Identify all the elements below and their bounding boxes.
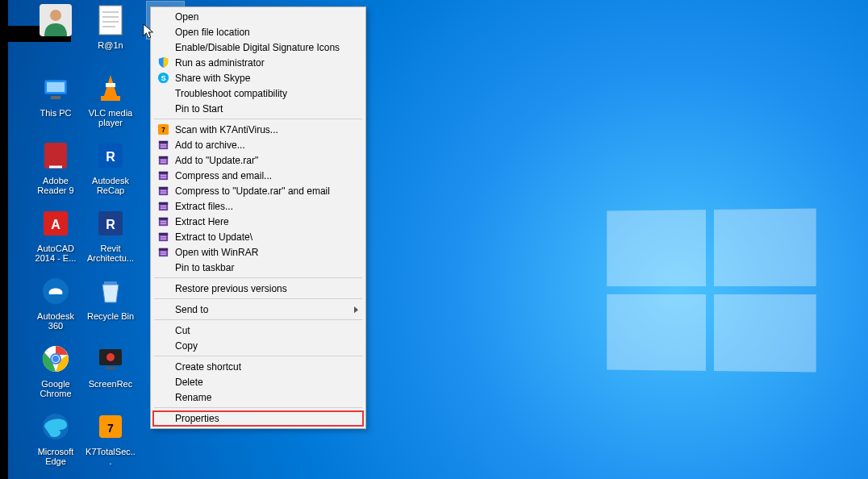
desktop-icon-chrome[interactable]: Google Chrome xyxy=(31,340,81,403)
recycle-icon xyxy=(92,273,129,310)
svg-rect-68 xyxy=(160,251,166,252)
menu-item-create-shortcut[interactable]: Create shortcut xyxy=(152,359,364,374)
menu-item-open[interactable]: Open xyxy=(152,9,364,24)
menu-item-label: Scan with K7AntiVirus... xyxy=(175,124,278,135)
desktop-icon-revit[interactable]: RRevit Architectu... xyxy=(86,205,136,268)
menu-item-label: Extract Here xyxy=(175,216,229,227)
desktop-icon-label: AutoCAD 2014 - E... xyxy=(31,244,81,263)
menu-item-delete[interactable]: Delete xyxy=(152,374,364,389)
menu-item-send-to[interactable]: Send to▶ xyxy=(152,302,364,317)
menu-item-label: Add to "Update.rar" xyxy=(175,155,258,166)
desktop-icon-pdf[interactable]: Adobe Reader 9 xyxy=(31,137,81,200)
desktop-icon-label: This PC xyxy=(40,108,71,118)
menu-item-extract-to-update[interactable]: Extract to Update\ xyxy=(152,229,364,244)
svg-rect-63 xyxy=(158,232,167,235)
menu-item-label: Add to archive... xyxy=(175,140,245,151)
menu-item-rename[interactable]: Rename xyxy=(152,389,364,405)
chrome-icon xyxy=(37,340,74,377)
menu-item-compress-to-update-rar-and-email[interactable]: Compress to "Update.rar" and email xyxy=(152,183,364,198)
menu-item-cut[interactable]: Cut xyxy=(152,323,364,338)
rar-icon xyxy=(156,199,169,212)
svg-rect-60 xyxy=(160,220,166,222)
menu-item-label: Create shortcut xyxy=(175,361,241,373)
desktop-icon-screenrec[interactable]: ScreenRec xyxy=(86,340,136,403)
svg-rect-14 xyxy=(101,96,120,101)
menu-item-pin-to-taskbar[interactable]: Pin to taskbar xyxy=(152,260,364,275)
rar-icon xyxy=(156,153,169,166)
pdf-icon xyxy=(37,137,74,174)
menu-item-extract-files[interactable]: Extract files... xyxy=(152,198,364,214)
svg-rect-57 xyxy=(160,207,166,209)
desktop-icon-label: Google Chrome xyxy=(31,379,81,398)
desktop-icon-a360[interactable]: Autodesk 360 xyxy=(31,273,81,335)
revit-icon: R xyxy=(92,205,129,242)
svg-point-29 xyxy=(106,353,115,361)
desktop-icon-label: Revit Architectu... xyxy=(86,244,136,263)
svg-rect-56 xyxy=(160,205,166,206)
rar-icon xyxy=(156,230,169,243)
menu-item-label: Troubleshoot compatibility xyxy=(175,88,287,99)
menu-item-share-with-skype[interactable]: SShare with Skype xyxy=(152,70,364,85)
desktop-icon-autocad[interactable]: AAutoCAD 2014 - E... xyxy=(31,205,81,268)
menu-item-label: Restore previous versions xyxy=(175,283,287,294)
desktop[interactable]: R@1nThis PCVLC media playerAdobe Reader … xyxy=(8,0,868,479)
svg-rect-43 xyxy=(158,156,167,158)
desktop-icon-thispc[interactable]: This PC xyxy=(31,69,81,132)
svg-rect-44 xyxy=(160,159,166,160)
menu-item-compress-and-email[interactable]: Compress and email... xyxy=(152,168,364,183)
desktop-icon-vlc[interactable]: VLC media player xyxy=(86,69,136,132)
menu-item-enable-disable-digital-signature-icons[interactable]: Enable/Disable Digital Signature Icons xyxy=(152,40,364,55)
menu-item-properties[interactable]: Properties xyxy=(152,410,364,427)
menu-item-label: Rename xyxy=(175,392,211,403)
desktop-icon-label: Adobe Reader 9 xyxy=(31,176,81,195)
svg-rect-11 xyxy=(47,82,65,92)
menu-item-open-file-location[interactable]: Open file location xyxy=(152,24,364,40)
menu-item-extract-here[interactable]: Extract Here xyxy=(152,214,364,229)
chevron-right-icon: ▶ xyxy=(354,304,358,314)
k7total-icon: 7 xyxy=(92,408,129,445)
menu-separator xyxy=(154,277,362,278)
svg-text:7: 7 xyxy=(161,126,165,134)
svg-rect-65 xyxy=(160,238,166,240)
svg-rect-39 xyxy=(158,140,167,143)
desktop-icon-recap[interactable]: RAutodesk ReCap xyxy=(86,137,136,200)
windows-logo-wallpaper xyxy=(607,208,816,372)
desktop-icon-k7total[interactable]: 7K7TotalSec... xyxy=(86,408,136,471)
desktop-icon-label: R@1n xyxy=(98,40,123,50)
menu-item-copy[interactable]: Copy xyxy=(152,338,364,353)
menu-item-label: Properties xyxy=(175,413,219,424)
menu-item-add-to-update-rar[interactable]: Add to "Update.rar" xyxy=(152,152,364,168)
svg-rect-45 xyxy=(160,161,166,163)
menu-separator xyxy=(154,356,362,356)
context-menu[interactable]: OpenOpen file locationEnable/Disable Dig… xyxy=(150,6,366,429)
rar-icon xyxy=(156,215,169,227)
menu-item-open-with-winrar[interactable]: Open with WinRAR xyxy=(152,244,364,260)
menu-item-add-to-archive[interactable]: Add to archive... xyxy=(152,137,364,152)
desktop-icon-textfile[interactable]: R@1n xyxy=(86,2,136,65)
desktop-icon-label: Microsoft Edge xyxy=(31,447,81,466)
menu-item-label: Compress to "Update.rar" and email xyxy=(175,185,330,197)
menu-item-troubleshoot-compatibility[interactable]: Troubleshoot compatibility xyxy=(152,85,364,101)
desktop-icon-label: VLC media player xyxy=(86,108,136,127)
svg-rect-59 xyxy=(158,217,167,219)
menu-separator xyxy=(154,407,362,408)
menu-item-restore-previous-versions[interactable]: Restore previous versions xyxy=(152,281,364,296)
k7-icon: 7 xyxy=(156,123,169,135)
menu-item-scan-with-k7antivirus[interactable]: 7Scan with K7AntiVirus... xyxy=(152,122,364,137)
menu-item-label: Open xyxy=(175,11,198,23)
recap-icon: R xyxy=(92,137,129,174)
a360-icon xyxy=(37,273,74,310)
menu-separator xyxy=(154,298,362,299)
svg-rect-47 xyxy=(158,171,167,173)
svg-rect-49 xyxy=(160,177,166,178)
desktop-icon-edge[interactable]: Microsoft Edge xyxy=(31,408,81,471)
menu-item-run-as-administrator[interactable]: Run as administrator xyxy=(152,55,364,70)
menu-item-label: Extract files... xyxy=(175,201,233,212)
svg-rect-67 xyxy=(158,248,167,250)
desktop-icon-recycle[interactable]: Recycle Bin xyxy=(86,273,136,335)
menu-item-label: Pin to taskbar xyxy=(175,262,234,273)
menu-item-pin-to-start[interactable]: Pin to Start xyxy=(152,101,364,116)
desktop-icon-user[interactable] xyxy=(31,2,81,65)
rar-icon xyxy=(156,245,169,258)
black-strip xyxy=(0,0,8,479)
